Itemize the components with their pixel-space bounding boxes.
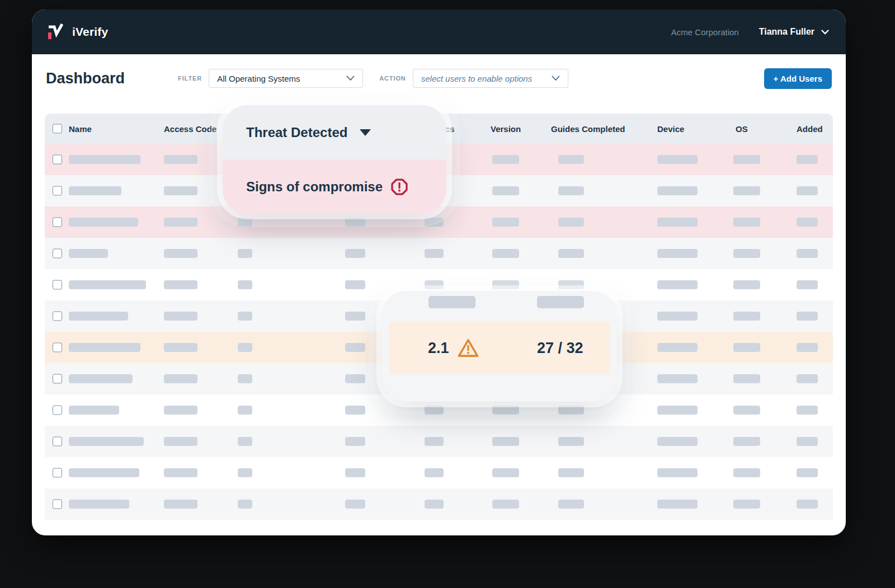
chevron-down-icon [552, 76, 560, 81]
sort-caret-icon [360, 129, 371, 136]
metrics-callout: 2.1 27 / 32 [382, 291, 617, 402]
table-row [45, 206, 833, 238]
placeholder-bar [657, 249, 698, 258]
placeholder-bar [164, 186, 197, 195]
placeholder-bar [558, 468, 584, 477]
placeholder-bar [657, 374, 698, 383]
os-filter-select[interactable]: All Operating Systems [209, 69, 363, 88]
placeholder-bar [425, 249, 444, 258]
column-header-guides[interactable]: Guides Completed [551, 124, 625, 134]
placeholder-bar [797, 343, 818, 352]
placeholder-bar [425, 437, 444, 446]
placeholder-bar [345, 406, 365, 415]
row-checkbox[interactable] [53, 280, 62, 290]
placeholder-bar [238, 468, 252, 477]
placeholder-bar [733, 406, 760, 415]
column-header-version[interactable]: Version [491, 124, 521, 134]
placeholder-bar [492, 437, 519, 446]
row-checkbox[interactable] [53, 249, 62, 258]
select-all-checkbox[interactable] [53, 124, 62, 134]
placeholder-bar [425, 280, 444, 289]
placeholder-bar [797, 218, 818, 227]
column-header-added[interactable]: Added [797, 124, 823, 134]
row-checkbox[interactable] [53, 437, 62, 446]
placeholder-bar [425, 468, 444, 477]
user-menu[interactable]: Tianna Fuller [759, 27, 829, 37]
placeholder-bar [345, 312, 365, 321]
placeholder-bar [733, 249, 760, 258]
placeholder-bar [733, 468, 760, 477]
metrics-callout-highlight-row: 2.1 27 / 32 [389, 322, 610, 374]
row-checkbox[interactable] [53, 468, 62, 478]
threat-callout-header[interactable]: Threat Detected [223, 105, 446, 159]
version-score-group: 2.1 [428, 338, 479, 358]
placeholder-bar [492, 218, 519, 227]
top-navigation-bar: iVerify Acme Corporation Tianna Fuller [32, 10, 846, 54]
placeholder-bar [558, 186, 584, 195]
placeholder-bar [69, 249, 108, 258]
row-checkbox[interactable] [53, 406, 62, 415]
row-checkbox[interactable] [53, 155, 62, 164]
placeholder-bar [657, 186, 698, 195]
row-checkbox[interactable] [53, 186, 62, 196]
placeholder-bar [69, 468, 139, 477]
placeholder-bar [733, 312, 760, 321]
placeholder-bar [558, 218, 584, 227]
placeholder-bar [558, 406, 584, 415]
placeholder-bar [797, 186, 818, 195]
placeholder-bar [238, 249, 252, 258]
placeholder-bar [537, 296, 584, 308]
toolbar: Dashboard Filter All Operating Systems A… [32, 54, 846, 102]
table-row [45, 488, 833, 520]
row-checkbox[interactable] [53, 374, 62, 384]
placeholder-bar [492, 406, 519, 415]
placeholder-bar [797, 437, 818, 446]
table-row [45, 457, 833, 488]
placeholder-bar [164, 249, 197, 258]
placeholder-bar [345, 437, 365, 446]
placeholder-bar [492, 249, 519, 258]
threat-value: Signs of compromise [246, 179, 383, 195]
app-window: iVerify Acme Corporation Tianna Fuller D… [32, 10, 846, 535]
placeholder-bar [733, 218, 760, 227]
row-checkbox[interactable] [53, 343, 62, 352]
page-title: Dashboard [46, 70, 125, 87]
column-header-name[interactable]: Name [69, 124, 92, 134]
placeholder-bar [238, 406, 252, 415]
placeholder-bar [69, 218, 138, 227]
row-checkbox[interactable] [53, 500, 62, 509]
brand-name: iVerify [72, 25, 108, 39]
column-header-device[interactable]: Device [657, 124, 684, 134]
placeholder-bar [69, 374, 133, 383]
placeholder-bar [733, 437, 760, 446]
placeholder-bar [657, 468, 698, 477]
threat-detected-callout: Threat Detected Signs of compromise [223, 105, 446, 214]
row-checkbox[interactable] [53, 218, 62, 227]
placeholder-bar [69, 312, 128, 321]
placeholder-bar [238, 437, 252, 446]
placeholder-bar [657, 218, 698, 227]
placeholder-bar [657, 312, 698, 321]
placeholder-bar [238, 343, 252, 352]
placeholder-bar [657, 155, 698, 164]
row-checkbox[interactable] [53, 312, 62, 321]
filter-label: Filter [178, 75, 202, 82]
version-score: 2.1 [428, 340, 449, 357]
placeholder-bar [164, 406, 197, 415]
threat-callout-value-row: Signs of compromise [223, 159, 446, 214]
column-header-access[interactable]: Access Code [164, 124, 216, 134]
column-header-os[interactable]: OS [736, 124, 748, 134]
placeholder-bar [345, 500, 365, 509]
placeholder-bar [428, 296, 475, 308]
placeholder-bar [733, 500, 760, 509]
placeholder-bar [69, 406, 119, 415]
placeholder-bar [69, 500, 129, 509]
action-select-placeholder: select users to enable options [421, 74, 532, 83]
action-select[interactable]: select users to enable options [413, 69, 568, 88]
placeholder-bar [733, 155, 760, 164]
placeholder-bar [164, 312, 197, 321]
placeholder-bar [238, 280, 252, 289]
placeholder-bar [797, 312, 818, 321]
placeholder-bar [797, 468, 818, 477]
add-users-button[interactable]: + Add Users [764, 68, 832, 89]
